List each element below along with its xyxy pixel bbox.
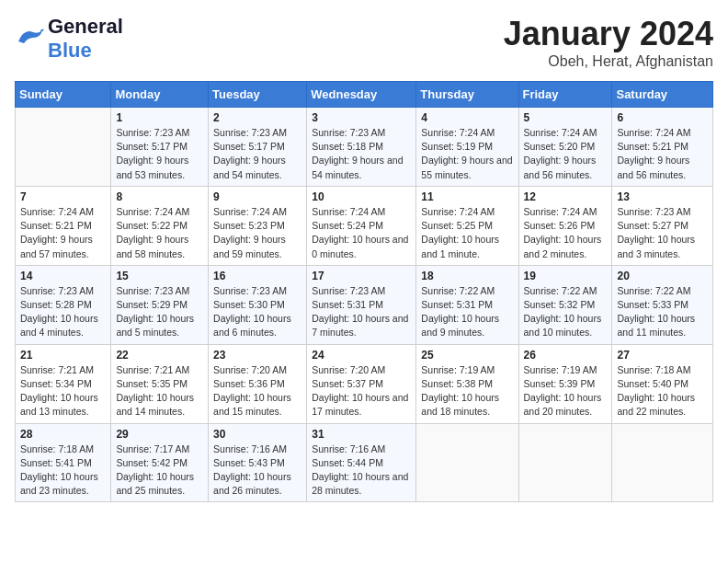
day-info: Sunrise: 7:24 AMSunset: 5:20 PMDaylight:…	[524, 126, 608, 182]
day-info: Sunrise: 7:22 AMSunset: 5:31 PMDaylight:…	[421, 284, 513, 340]
calendar-header-row: SundayMondayTuesdayWednesdayThursdayFrid…	[16, 82, 713, 108]
day-info: Sunrise: 7:16 AMSunset: 5:44 PMDaylight:…	[312, 442, 411, 499]
day-number: 30	[213, 428, 301, 441]
calendar-cell: 27Sunrise: 7:18 AMSunset: 5:40 PMDayligh…	[612, 344, 713, 423]
calendar-cell: 11Sunrise: 7:24 AMSunset: 5:25 PMDayligh…	[416, 186, 518, 265]
day-number: 16	[213, 270, 301, 282]
day-number: 7	[20, 190, 106, 203]
day-number: 21	[20, 349, 106, 362]
day-info: Sunrise: 7:24 AMSunset: 5:26 PMDaylight:…	[524, 205, 608, 261]
day-info: Sunrise: 7:24 AMSunset: 5:25 PMDaylight:…	[421, 205, 513, 261]
day-info: Sunrise: 7:24 AMSunset: 5:24 PMDaylight:…	[312, 205, 411, 261]
day-info: Sunrise: 7:23 AMSunset: 5:30 PMDaylight:…	[213, 284, 301, 340]
calendar-week-row: 21Sunrise: 7:21 AMSunset: 5:34 PMDayligh…	[16, 344, 713, 423]
day-info: Sunrise: 7:19 AMSunset: 5:38 PMDaylight:…	[421, 363, 513, 419]
day-info: Sunrise: 7:19 AMSunset: 5:39 PMDaylight:…	[524, 363, 608, 419]
day-info: Sunrise: 7:18 AMSunset: 5:41 PMDaylight:…	[20, 442, 106, 499]
day-info: Sunrise: 7:20 AMSunset: 5:36 PMDaylight:…	[213, 363, 301, 419]
day-info: Sunrise: 7:22 AMSunset: 5:32 PMDaylight:…	[524, 284, 608, 340]
logo-icon	[15, 27, 44, 51]
day-info: Sunrise: 7:23 AMSunset: 5:29 PMDaylight:…	[116, 284, 203, 340]
day-info: Sunrise: 7:23 AMSunset: 5:18 PMDaylight:…	[312, 126, 411, 182]
day-info: Sunrise: 7:24 AMSunset: 5:21 PMDaylight:…	[617, 126, 708, 182]
calendar-cell: 16Sunrise: 7:23 AMSunset: 5:30 PMDayligh…	[209, 265, 307, 344]
calendar-cell	[416, 423, 518, 502]
logo: GeneralBlue	[15, 15, 123, 63]
calendar-week-row: 7Sunrise: 7:24 AMSunset: 5:21 PMDaylight…	[16, 186, 713, 265]
calendar-cell: 4Sunrise: 7:24 AMSunset: 5:19 PMDaylight…	[416, 108, 518, 187]
calendar-cell: 13Sunrise: 7:23 AMSunset: 5:27 PMDayligh…	[612, 186, 713, 265]
day-number: 12	[524, 190, 608, 203]
calendar-cell: 15Sunrise: 7:23 AMSunset: 5:29 PMDayligh…	[111, 265, 209, 344]
calendar-cell: 6Sunrise: 7:24 AMSunset: 5:21 PMDaylight…	[612, 108, 713, 187]
calendar-cell: 1Sunrise: 7:23 AMSunset: 5:17 PMDaylight…	[111, 108, 209, 187]
day-number: 2	[213, 111, 301, 124]
calendar-cell: 29Sunrise: 7:17 AMSunset: 5:42 PMDayligh…	[111, 423, 209, 502]
calendar-cell: 8Sunrise: 7:24 AMSunset: 5:22 PMDaylight…	[111, 186, 209, 265]
day-number: 17	[312, 270, 411, 282]
calendar-title: January 2024	[504, 15, 713, 53]
day-info: Sunrise: 7:24 AMSunset: 5:21 PMDaylight:…	[20, 205, 106, 261]
day-number: 24	[312, 349, 411, 362]
day-info: Sunrise: 7:22 AMSunset: 5:33 PMDaylight:…	[617, 284, 708, 340]
day-number: 18	[421, 270, 513, 282]
calendar-cell: 12Sunrise: 7:24 AMSunset: 5:26 PMDayligh…	[518, 186, 612, 265]
day-of-week-header: Thursday	[416, 82, 518, 108]
day-info: Sunrise: 7:23 AMSunset: 5:17 PMDaylight:…	[213, 126, 301, 182]
calendar-week-row: 28Sunrise: 7:18 AMSunset: 5:41 PMDayligh…	[16, 423, 713, 502]
day-number: 22	[116, 349, 203, 362]
calendar-cell: 22Sunrise: 7:21 AMSunset: 5:35 PMDayligh…	[111, 344, 209, 423]
day-number: 6	[617, 111, 708, 124]
day-number: 23	[213, 349, 301, 362]
day-info: Sunrise: 7:24 AMSunset: 5:22 PMDaylight:…	[116, 205, 203, 261]
day-number: 15	[116, 270, 203, 282]
day-number: 31	[312, 428, 411, 441]
day-info: Sunrise: 7:23 AMSunset: 5:28 PMDaylight:…	[20, 284, 106, 340]
day-number: 11	[421, 190, 513, 203]
day-number: 13	[617, 190, 708, 203]
day-number: 9	[213, 190, 301, 203]
calendar-cell: 28Sunrise: 7:18 AMSunset: 5:41 PMDayligh…	[16, 423, 111, 502]
day-number: 14	[20, 270, 106, 282]
calendar-cell: 25Sunrise: 7:19 AMSunset: 5:38 PMDayligh…	[416, 344, 518, 423]
calendar-cell: 19Sunrise: 7:22 AMSunset: 5:32 PMDayligh…	[518, 265, 612, 344]
day-of-week-header: Monday	[111, 82, 209, 108]
calendar-cell: 17Sunrise: 7:23 AMSunset: 5:31 PMDayligh…	[307, 265, 416, 344]
day-number: 8	[116, 190, 203, 203]
day-number: 28	[20, 428, 106, 441]
day-of-week-header: Friday	[518, 82, 612, 108]
calendar-cell	[518, 423, 612, 502]
day-of-week-header: Saturday	[612, 82, 713, 108]
calendar-cell: 21Sunrise: 7:21 AMSunset: 5:34 PMDayligh…	[16, 344, 111, 423]
day-of-week-header: Sunday	[16, 82, 111, 108]
day-info: Sunrise: 7:17 AMSunset: 5:42 PMDaylight:…	[116, 442, 203, 499]
logo-text: GeneralBlue	[48, 15, 123, 63]
calendar-cell: 7Sunrise: 7:24 AMSunset: 5:21 PMDaylight…	[16, 186, 111, 265]
day-info: Sunrise: 7:21 AMSunset: 5:34 PMDaylight:…	[20, 363, 106, 419]
day-info: Sunrise: 7:24 AMSunset: 5:23 PMDaylight:…	[213, 205, 301, 261]
calendar-cell: 5Sunrise: 7:24 AMSunset: 5:20 PMDaylight…	[518, 108, 612, 187]
calendar-cell: 3Sunrise: 7:23 AMSunset: 5:18 PMDaylight…	[307, 108, 416, 187]
day-info: Sunrise: 7:18 AMSunset: 5:40 PMDaylight:…	[617, 363, 708, 419]
day-info: Sunrise: 7:24 AMSunset: 5:19 PMDaylight:…	[421, 126, 513, 182]
day-of-week-header: Tuesday	[209, 82, 307, 108]
calendar-cell: 26Sunrise: 7:19 AMSunset: 5:39 PMDayligh…	[518, 344, 612, 423]
calendar-cell: 31Sunrise: 7:16 AMSunset: 5:44 PMDayligh…	[307, 423, 416, 502]
calendar-subtitle: Obeh, Herat, Afghanistan	[504, 53, 713, 70]
day-info: Sunrise: 7:20 AMSunset: 5:37 PMDaylight:…	[312, 363, 411, 419]
calendar-week-row: 1Sunrise: 7:23 AMSunset: 5:17 PMDaylight…	[16, 108, 713, 187]
calendar-cell: 23Sunrise: 7:20 AMSunset: 5:36 PMDayligh…	[209, 344, 307, 423]
calendar-cell: 14Sunrise: 7:23 AMSunset: 5:28 PMDayligh…	[16, 265, 111, 344]
day-number: 4	[421, 111, 513, 124]
calendar-cell	[16, 108, 111, 187]
day-of-week-header: Wednesday	[307, 82, 416, 108]
day-number: 5	[524, 111, 608, 124]
calendar-cell: 18Sunrise: 7:22 AMSunset: 5:31 PMDayligh…	[416, 265, 518, 344]
calendar-cell: 30Sunrise: 7:16 AMSunset: 5:43 PMDayligh…	[209, 423, 307, 502]
day-number: 27	[617, 349, 708, 362]
day-number: 3	[312, 111, 411, 124]
calendar-cell: 9Sunrise: 7:24 AMSunset: 5:23 PMDaylight…	[209, 186, 307, 265]
calendar-cell: 24Sunrise: 7:20 AMSunset: 5:37 PMDayligh…	[307, 344, 416, 423]
day-info: Sunrise: 7:21 AMSunset: 5:35 PMDaylight:…	[116, 363, 203, 419]
calendar-cell: 2Sunrise: 7:23 AMSunset: 5:17 PMDaylight…	[209, 108, 307, 187]
